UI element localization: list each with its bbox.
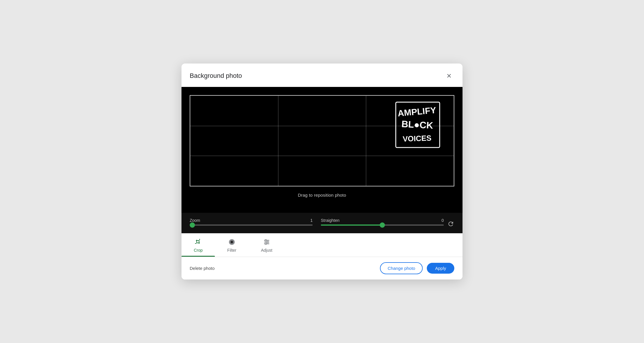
straighten-value: 0 xyxy=(441,218,444,223)
tabs-section: Crop Filter xyxy=(181,233,463,257)
photo-crop-area[interactable]: AMPLIFY BL●CK VOICES Drag to reposition … xyxy=(181,87,463,213)
dialog-title: Background photo xyxy=(190,72,242,80)
reset-straighten-button[interactable] xyxy=(447,220,454,227)
close-button[interactable] xyxy=(444,71,454,81)
background-photo-dialog: Background photo xyxy=(181,64,463,279)
adjust-tab-icon xyxy=(263,239,270,247)
footer-actions: Change photo Apply xyxy=(380,262,454,274)
reset-icon xyxy=(447,220,454,227)
dialog-header: Background photo xyxy=(181,64,463,87)
apply-button[interactable]: Apply xyxy=(427,263,454,274)
straighten-label: Straighten xyxy=(321,218,340,223)
grid-line-v1 xyxy=(278,96,278,186)
crop-frame: AMPLIFY BL●CK VOICES xyxy=(190,95,454,186)
svg-text:AMPLIFY: AMPLIFY xyxy=(397,105,436,118)
tab-filter[interactable]: Filter xyxy=(215,233,249,257)
adjust-tab-label: Adjust xyxy=(261,248,272,253)
zoom-value: 1 xyxy=(310,218,313,223)
sliders-section: Zoom 1 Straighten 0 xyxy=(181,213,463,233)
dialog-footer: Delete photo Change photo Apply xyxy=(181,257,463,279)
drag-hint: Drag to reposition photo xyxy=(181,193,463,198)
svg-point-14 xyxy=(267,241,268,243)
close-icon xyxy=(446,73,452,79)
svg-text:VOICES: VOICES xyxy=(402,133,431,143)
zoom-slider[interactable] xyxy=(190,224,313,226)
straighten-slider[interactable] xyxy=(321,224,444,226)
zoom-label: Zoom xyxy=(190,218,200,223)
crop-tab-label: Crop xyxy=(194,248,203,253)
svg-text:BL●CK: BL●CK xyxy=(401,119,434,131)
svg-point-13 xyxy=(265,240,266,241)
filter-tab-label: Filter xyxy=(227,248,236,253)
tab-adjust[interactable]: Adjust xyxy=(249,233,285,257)
tab-crop[interactable]: Crop xyxy=(181,233,215,257)
zoom-slider-group: Zoom 1 xyxy=(190,218,313,226)
straighten-slider-group: Straighten 0 xyxy=(321,218,444,226)
background-image-logo: AMPLIFY BL●CK VOICES xyxy=(389,99,448,157)
filter-tab-icon xyxy=(228,239,235,247)
svg-point-9 xyxy=(231,241,233,243)
delete-photo-button[interactable]: Delete photo xyxy=(190,263,215,273)
svg-point-15 xyxy=(265,243,266,245)
crop-tab-icon xyxy=(195,239,202,247)
change-photo-button[interactable]: Change photo xyxy=(380,262,423,274)
grid-line-v2 xyxy=(366,96,366,186)
